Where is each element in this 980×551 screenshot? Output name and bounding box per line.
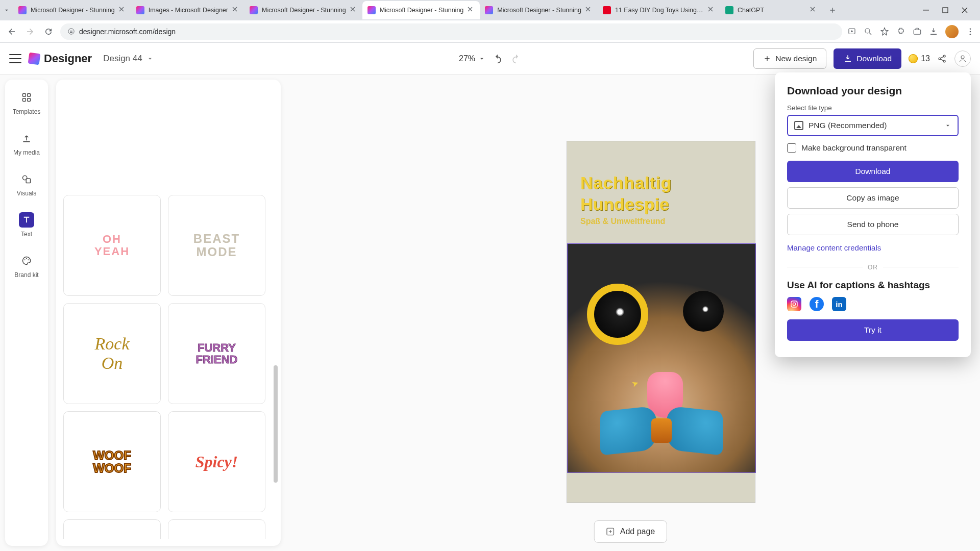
- try-it-button[interactable]: Try it: [787, 319, 959, 341]
- rail-item-visuals[interactable]: Visuals: [5, 169, 48, 199]
- transparent-checkbox[interactable]: Make background transparent: [787, 143, 959, 153]
- rail-label: Text: [21, 231, 32, 238]
- text-preset[interactable]: BEASTMODE: [168, 195, 265, 296]
- tab-close-icon[interactable]: [708, 7, 715, 14]
- text-preset[interactable]: RockOn: [63, 303, 161, 404]
- text-preset[interactable]: Spicy!: [168, 411, 265, 512]
- text-preset-label: FURRYFRIEND: [196, 342, 238, 365]
- new-tab-button[interactable]: [825, 3, 840, 17]
- downloads-icon[interactable]: [929, 27, 938, 36]
- rail-label: My media: [13, 149, 40, 156]
- account-badge-icon[interactable]: [913, 27, 922, 36]
- instagram-icon[interactable]: [787, 297, 801, 311]
- canvas-headline-1[interactable]: Nachhaltig: [580, 173, 672, 193]
- extensions-icon[interactable]: [896, 27, 905, 36]
- svg-rect-3: [70, 31, 72, 31]
- bookmark-icon[interactable]: [880, 27, 889, 36]
- zoom-icon[interactable]: [864, 27, 873, 36]
- coin-icon: [909, 54, 918, 63]
- text-preset[interactable]: foodie: [63, 519, 161, 539]
- add-page-button[interactable]: Add page: [594, 520, 667, 543]
- facebook-icon[interactable]: f: [810, 297, 824, 311]
- scrollbar-thumb[interactable]: [274, 365, 278, 483]
- download-button[interactable]: Download: [834, 48, 901, 69]
- download-icon: [843, 54, 852, 63]
- redo-button: [511, 54, 521, 64]
- svg-point-27: [796, 302, 797, 303]
- canvas-headline-2[interactable]: Hundespie: [580, 194, 669, 214]
- text-preset[interactable]: FURRYFRIEND: [168, 303, 265, 404]
- window-close[interactable]: [960, 7, 970, 13]
- window-maximize[interactable]: [940, 7, 950, 13]
- undo-redo-group: [493, 54, 521, 64]
- content-credentials-link[interactable]: Manage content credentials: [787, 243, 881, 252]
- svg-point-14: [961, 56, 964, 59]
- profile-avatar[interactable]: [945, 25, 959, 38]
- popover-title: Download your design: [787, 85, 959, 97]
- text-preset-partial[interactable]: [168, 87, 265, 112]
- text-preset-label: BEASTMODE: [193, 232, 240, 259]
- text-preset-partial[interactable]: [63, 87, 161, 112]
- zoom-control[interactable]: 27%: [459, 54, 485, 63]
- browser-menu-icon[interactable]: [966, 27, 975, 36]
- tab-search-icon[interactable]: [3, 7, 10, 14]
- tab-title: Microsoft Designer - Stunning: [262, 7, 346, 14]
- tab-close-icon[interactable]: [350, 7, 357, 14]
- rail-label: Templates: [13, 108, 41, 115]
- artboard[interactable]: Nachhaltig Hundespie Spaß & Umweltfreund: [567, 141, 755, 503]
- tab-close-icon[interactable]: [119, 7, 126, 14]
- design-title-dropdown[interactable]: Design 44: [103, 54, 154, 64]
- profile-button[interactable]: [954, 51, 971, 67]
- nav-reload[interactable]: [42, 25, 55, 38]
- copy-image-button[interactable]: Copy as image: [787, 187, 959, 209]
- design-title-text: Design 44: [103, 54, 142, 64]
- url-box[interactable]: designer.microsoft.com/design: [60, 23, 842, 40]
- canvas-area[interactable]: Nachhaltig Hundespie Spaß & Umweltfreund…: [281, 74, 980, 551]
- try-it-label: Try it: [864, 325, 881, 335]
- rail-item-text[interactable]: Text: [5, 210, 48, 240]
- linkedin-icon[interactable]: in: [832, 297, 846, 311]
- text-preset[interactable]: BONAPPÉTIT: [168, 519, 265, 539]
- rail-item-templates[interactable]: Templates: [5, 88, 48, 117]
- header-center: 27%: [459, 54, 521, 64]
- download-label: Download: [856, 54, 892, 63]
- popover-download-button[interactable]: Download: [787, 161, 959, 182]
- text-preset[interactable]: WOOFWOOF: [63, 411, 161, 512]
- new-design-button[interactable]: New design: [753, 48, 826, 69]
- site-info-icon[interactable]: [67, 28, 75, 35]
- rail-item-my-media[interactable]: My media: [5, 129, 48, 158]
- browser-tab[interactable]: Microsoft Designer - Stunning: [362, 1, 480, 19]
- canvas-image[interactable]: [567, 243, 756, 473]
- credits-indicator[interactable]: 13: [909, 54, 930, 63]
- tab-favicon: [603, 6, 611, 14]
- browser-tab[interactable]: ChatGPT: [720, 1, 822, 19]
- palette-icon: [19, 253, 34, 268]
- text-preset-label: RockOn: [95, 334, 130, 373]
- browser-tab[interactable]: Microsoft Designer - Stunning: [13, 1, 131, 19]
- tab-close-icon[interactable]: [585, 7, 593, 14]
- undo-button[interactable]: [493, 54, 503, 64]
- browser-tab[interactable]: Images - Microsoft Designer: [131, 1, 244, 19]
- tab-close-icon[interactable]: [468, 7, 475, 14]
- text-icon: [19, 212, 34, 228]
- browser-tab[interactable]: Microsoft Designer - Stunning: [244, 1, 362, 19]
- window-minimize[interactable]: [921, 7, 931, 13]
- text-preset[interactable]: OHYEAH: [63, 195, 161, 296]
- credits-value: 13: [921, 54, 930, 63]
- install-app-icon[interactable]: [847, 27, 856, 36]
- svg-point-26: [793, 303, 795, 305]
- svg-point-8: [970, 28, 971, 30]
- nav-back[interactable]: [5, 25, 18, 38]
- app-logo[interactable]: Designer: [29, 52, 92, 65]
- canvas-subtext[interactable]: Spaß & Umweltfreund: [580, 217, 665, 226]
- tab-close-icon[interactable]: [232, 7, 239, 14]
- rail-item-brand-kit[interactable]: Brand kit: [5, 251, 48, 281]
- send-phone-button[interactable]: Send to phone: [787, 214, 959, 235]
- send-phone-label: Send to phone: [847, 220, 899, 229]
- browser-tab[interactable]: 11 Easy DIY Dog Toys Using Fr: [598, 1, 720, 19]
- browser-tab[interactable]: Microsoft Designer - Stunning: [480, 1, 598, 19]
- tab-close-icon[interactable]: [810, 7, 817, 14]
- menu-toggle[interactable]: [9, 54, 21, 63]
- share-icon[interactable]: [937, 54, 947, 64]
- file-type-select[interactable]: PNG (Recommended): [787, 115, 959, 136]
